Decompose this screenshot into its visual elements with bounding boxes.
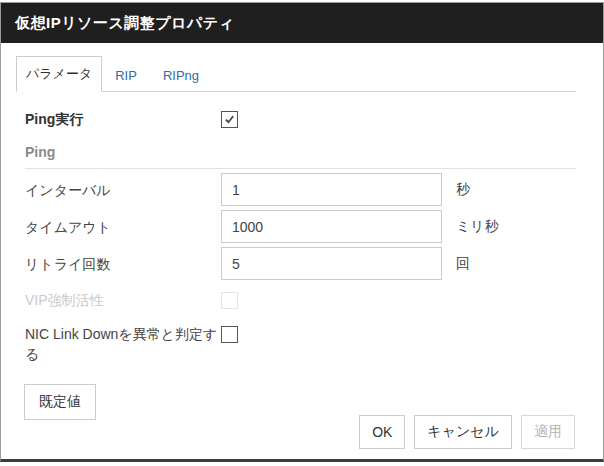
nic-link-down-row: NIC Link Downを異常と判定する	[25, 324, 576, 365]
interval-row: インターバル 秒	[25, 173, 576, 206]
tab-parameter[interactable]: パラメータ	[16, 56, 102, 92]
timeout-label: タイムアウト	[25, 217, 221, 237]
timeout-input[interactable]	[221, 210, 442, 243]
vip-force-checkbox	[221, 292, 238, 309]
default-values-button[interactable]: 既定値	[24, 384, 96, 420]
nic-link-down-label: NIC Link Downを異常と判定する	[25, 324, 221, 365]
checkmark-icon	[224, 114, 235, 125]
cancel-button[interactable]: キャンセル	[414, 415, 512, 449]
retry-count-unit: 回	[456, 255, 470, 273]
tab-ripng[interactable]: RIPng	[150, 60, 212, 91]
ok-button[interactable]: OK	[359, 415, 405, 449]
apply-button[interactable]: 適用	[521, 415, 575, 449]
interval-label: インターバル	[25, 180, 221, 200]
retry-count-label: リトライ回数	[25, 254, 221, 274]
ping-exec-label: Ping実行	[25, 109, 221, 129]
dialog-window: 仮想IPリソース調整プロパティ パラメータ RIP RIPng Ping実行 P…	[0, 0, 604, 466]
timeout-unit: ミリ秒	[456, 218, 499, 236]
retry-count-row: リトライ回数 回	[25, 247, 576, 280]
ping-section-title: Ping	[25, 144, 576, 169]
dialog-body: 仮想IPリソース調整プロパティ パラメータ RIP RIPng Ping実行 P…	[0, 2, 604, 462]
interval-unit: 秒	[456, 181, 470, 199]
dialog-titlebar: 仮想IPリソース調整プロパティ	[1, 3, 603, 43]
dialog-title: 仮想IPリソース調整プロパティ	[15, 14, 235, 33]
tab-rip[interactable]: RIP	[102, 60, 150, 91]
dialog-content: パラメータ RIP RIPng Ping実行 Ping インターバル 秒 タ	[1, 58, 603, 420]
footer-button-bar: OK キャンセル 適用	[359, 415, 575, 449]
tab-bar: パラメータ RIP RIPng	[16, 58, 576, 92]
nic-link-down-checkbox[interactable]	[221, 326, 238, 343]
ping-exec-checkbox[interactable]	[221, 111, 238, 128]
ping-exec-row: Ping実行	[25, 109, 576, 129]
timeout-row: タイムアウト ミリ秒	[25, 210, 576, 243]
vip-force-label: VIP強制活性	[25, 290, 221, 310]
interval-input[interactable]	[221, 173, 442, 206]
retry-count-input[interactable]	[221, 247, 442, 280]
vip-force-row: VIP強制活性	[25, 290, 576, 310]
